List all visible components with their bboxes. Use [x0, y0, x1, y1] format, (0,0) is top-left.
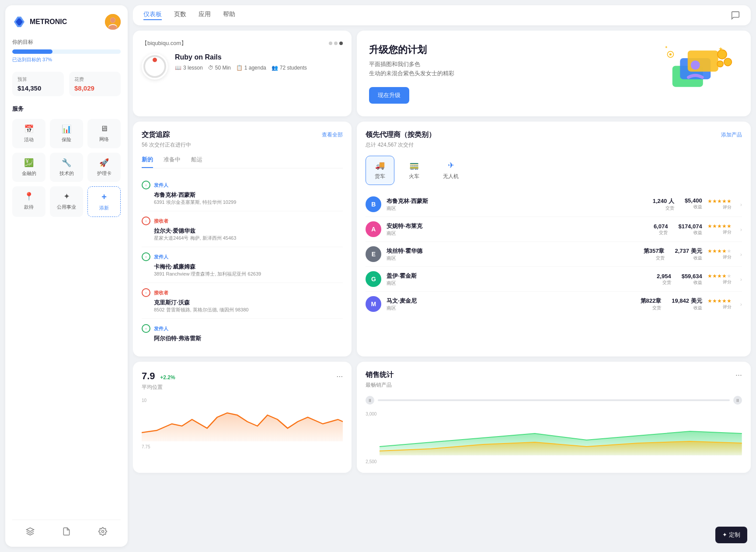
svg-point-13: [724, 58, 732, 66]
expense-card: 花费 $8,029: [69, 72, 121, 96]
network-icon: 🖥: [100, 124, 108, 133]
service-network[interactable]: 🖥 网络: [87, 119, 121, 148]
receiver-address-2: 星家大道2464号 梅萨, 新泽西州 45463: [154, 235, 343, 241]
sales-more-button[interactable]: ···: [735, 370, 742, 380]
delivery-tab-new[interactable]: 新的: [142, 156, 153, 168]
stats-more-button[interactable]: ···: [336, 372, 343, 381]
customizer-button[interactable]: ✦ 定制: [715, 527, 747, 543]
service-public[interactable]: ✦ 公用事业: [50, 186, 83, 217]
delivery-tab-preparing[interactable]: 准备中: [164, 156, 181, 168]
agent-arrow-3[interactable]: ›: [740, 276, 742, 283]
agent-transactions-2: 第357章 交货: [644, 247, 665, 261]
agent-stats-3: 2,954 交货 $59,634 收益: [657, 273, 702, 286]
delivery-header: 交货追踪 查看全部: [142, 130, 343, 140]
progress-text: 已达到目标的 37%: [12, 56, 121, 63]
service-finance[interactable]: 💹 金融的: [12, 153, 45, 182]
nav-pages[interactable]: 页数: [174, 10, 186, 20]
file-icon[interactable]: [62, 527, 71, 538]
sales-title: 销售统计: [366, 370, 394, 380]
agent-avatar-3: G: [366, 271, 381, 287]
lessons-meta: 📖 3 lesson: [175, 65, 203, 71]
agent-arrow-4[interactable]: ›: [740, 301, 742, 307]
agent-row-1: A 安妮特·布莱克 南区 6,074 交货 $174,074 收益: [366, 217, 742, 242]
service-nursing[interactable]: 🚀 护理卡: [87, 153, 121, 182]
pause-left-icon: ⏸: [368, 398, 372, 403]
drone-label: 无人机: [443, 173, 459, 180]
agent-name-2: 埃丝特·霍华德: [387, 247, 638, 255]
layers-icon[interactable]: [26, 527, 35, 538]
receiver-icon-4: ○: [142, 288, 150, 297]
view-all-button[interactable]: 查看全部: [322, 131, 343, 139]
position-stats-card: 7.9 +2.2% ··· 平均位置 10: [133, 362, 352, 473]
tech-icon: 🔧: [62, 158, 71, 168]
agent-arrow-2[interactable]: ›: [740, 251, 742, 258]
service-tech[interactable]: 🔧 技术的: [50, 153, 83, 182]
delivery-item-2: ○ 接收者 拉尔夫·爱德华兹 星家大道2464号 梅萨, 新泽西州 45463: [142, 211, 343, 247]
upgrade-button[interactable]: 现在升级: [369, 87, 409, 104]
receiver-label-4: 接收者: [154, 290, 168, 296]
sender-name-5: 阿尔伯特·弗洛雷斯: [154, 335, 343, 342]
students-meta: 👥 72 students: [272, 65, 307, 71]
slider-left-handle[interactable]: ⏸: [366, 396, 374, 405]
reception-label: 款待: [24, 204, 34, 210]
agent-transactions-4: 第822章 交货: [641, 297, 662, 311]
agent-region-0: 南区: [387, 205, 647, 212]
delivery-sender-row-5: ○ 发件人: [142, 324, 343, 333]
sender-label-1: 发件人: [154, 182, 168, 189]
avatar[interactable]: [105, 14, 121, 30]
svg-point-14: [717, 61, 723, 67]
nav-dashboard[interactable]: 仪表板: [143, 10, 162, 20]
add-label: 添新: [99, 205, 109, 211]
finance-label: 金融的: [22, 170, 36, 177]
service-insurance[interactable]: 📊 保险: [50, 119, 83, 148]
services-grid: 📅 活动 📊 保险 🖥 网络 💹 金融的 🔧 技术的 🚀 护理卡 📍 款待 ✦: [12, 119, 121, 217]
service-add[interactable]: + 添新: [87, 186, 121, 217]
service-reception[interactable]: 📍 款待: [12, 186, 45, 217]
budget-row: 预算 $14,350 花费 $8,029: [12, 72, 121, 96]
goal-label: 你的目标: [12, 38, 121, 46]
category-tab-drone[interactable]: ✈ 无人机: [434, 156, 468, 185]
agent-stars-0: ★★★★★: [707, 198, 732, 204]
agent-info-4: 马文·麦金尼 南区: [387, 297, 635, 311]
message-icon[interactable]: [731, 10, 740, 20]
progress-bar-container: [12, 49, 121, 54]
service-activity[interactable]: 📅 活动: [12, 119, 45, 148]
agent-stats-0: 1,240 人 交货 $5,400 收益: [653, 197, 702, 211]
category-tab-train[interactable]: 🚃 火车: [400, 156, 429, 185]
receiver-icon-2: ○: [142, 217, 150, 225]
category-tab-truck[interactable]: 🚚 货车: [366, 156, 394, 185]
truck-icon: 🚚: [375, 161, 385, 170]
agent-name-1: 安妮特·布莱克: [387, 222, 648, 230]
top-row: 【biqubiqu.com】 Ruby on Rails: [133, 31, 751, 116]
sender-name-1: 布鲁克林·西蒙斯: [154, 191, 343, 199]
delivery-sender-row-3: ○ 发件人: [142, 252, 343, 261]
nav-help[interactable]: 帮助: [223, 10, 235, 20]
agent-avatar-0: B: [366, 196, 381, 212]
upgrade-content: 升级您的计划 平面插图和我们多色生动的未混合紫色头发女士的精彩 现在升级: [369, 43, 454, 104]
insurance-icon: 📊: [62, 124, 71, 134]
agent-arrow-0[interactable]: ›: [740, 201, 742, 208]
agent-info-3: 盖伊·霍金斯 南区: [387, 272, 651, 286]
settings-icon[interactable]: [98, 527, 107, 538]
course-title: Ruby on Rails: [175, 53, 307, 61]
add-product-button[interactable]: 添加产品: [721, 131, 742, 139]
agents-card: 领先代理商（按类别） 添加产品 总计 424,567 次交付 🚚 货车 🚃 火车…: [357, 122, 751, 356]
delivery-tab-shipping[interactable]: 船运: [191, 156, 202, 168]
agent-avatar-2: E: [366, 246, 381, 262]
slider-track[interactable]: [378, 399, 730, 401]
svg-marker-7: [27, 528, 34, 531]
duration-meta: ⏱ 50 Min: [208, 65, 231, 71]
nav-apps[interactable]: 应用: [199, 10, 211, 20]
agent-row-4: M 马文·麦金尼 南区 第822章 交货 19,842 美元 收益: [366, 292, 742, 316]
add-icon: +: [101, 192, 107, 202]
chart-label-775: 7.75: [142, 444, 150, 449]
agent-arrow-1[interactable]: ›: [740, 226, 742, 233]
course-dots: [329, 42, 343, 45]
sender-label-5: 发件人: [154, 325, 168, 332]
agent-region-4: 南区: [387, 305, 635, 311]
sender-icon-5: ○: [142, 324, 150, 333]
slider-right-handle[interactable]: ⏸: [733, 396, 742, 405]
upgrade-illustration: ★ ✦: [660, 43, 739, 104]
upgrade-description: 平面插图和我们多色生动的未混合紫色头发女士的精彩: [369, 60, 454, 78]
agents-subtitle: 总计 424,567 次交付: [366, 141, 742, 149]
